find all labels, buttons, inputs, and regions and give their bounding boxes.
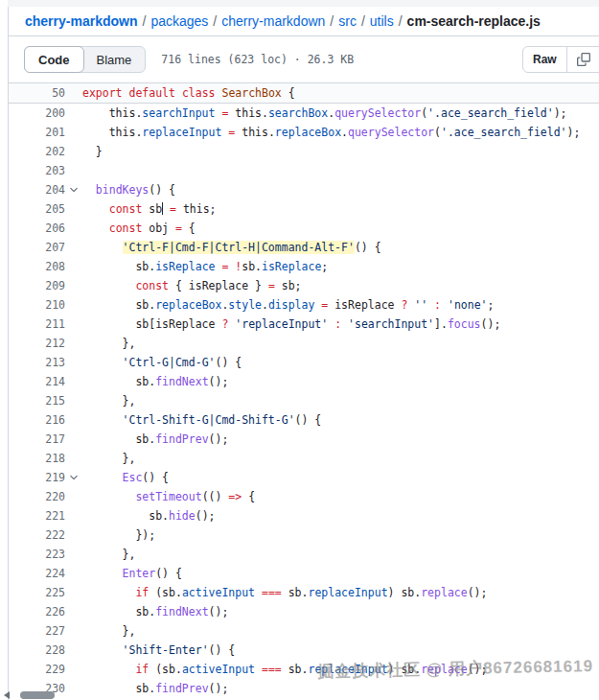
line-number[interactable]: 221 [9,509,65,523]
breadcrumb-repo-link[interactable]: cherry-markdown [25,13,137,29]
line-number[interactable]: 224 [9,567,65,580]
code-line: 226 sb.findNext(); [9,602,599,621]
code-line: 224 Enter() { [9,564,599,583]
line-number[interactable]: 209 [9,279,65,292]
line-number[interactable]: 220 [9,490,65,503]
line-number[interactable]: 200 [9,106,65,120]
breadcrumb-path-link[interactable]: cherry-markdown [221,13,325,29]
line-number[interactable]: 212 [9,337,65,350]
code-line: 213 'Ctrl-G|Cmd-G'() { [9,353,599,372]
breadcrumb: cherry-markdown / packages / cherry-mark… [9,7,599,36]
breadcrumb-separator: / [330,13,334,29]
raw-button[interactable]: Raw [523,47,566,72]
code-line: 204 bindKeys() { [9,180,599,199]
code-text: this.searchInput = this.searchBox.queryS… [82,104,567,123]
code-line: 220 setTimeout(() => { [9,487,599,506]
breadcrumb-path-link[interactable]: src [338,13,357,29]
line-number[interactable]: 50 [9,86,65,100]
code-text: if (sb.activeInput === sb.replaceInput) … [82,660,487,679]
code-line: 223 }, [9,545,599,564]
code-text: } [82,142,103,161]
line-number[interactable]: 222 [9,528,65,542]
breadcrumb-separator: / [213,13,217,29]
line-number[interactable]: 210 [9,298,65,312]
code-line: 214 sb.findNext(); [9,372,599,391]
line-number[interactable]: 214 [9,375,65,388]
line-number[interactable]: 211 [9,317,65,331]
sticky-code-line: 50export default class SearchBox { [9,83,599,104]
code-text: this.replaceInput = this.replaceBox.quer… [82,123,580,142]
code-line: 210 sb.replaceBox.style.display = isRepl… [9,295,599,315]
fold-chevron-down-icon[interactable] [65,472,82,483]
line-number[interactable]: 227 [9,624,65,638]
line-number[interactable]: 205 [9,202,65,216]
code-line: 227 }, [9,621,599,641]
code-line: 219 Esc() { [9,468,599,487]
line-number[interactable]: 217 [9,432,65,446]
horizontal-scrollbar[interactable] [0,689,599,700]
code-text: const sb = this; [82,199,217,219]
line-number[interactable]: 226 [9,605,65,618]
copy-icon [577,53,590,66]
code-text: sb.findNext(); [82,602,228,621]
scroll-left-arrow-icon[interactable] [4,691,10,699]
code-text: const obj = { [82,219,196,238]
code-text: sb.replaceBox.style.display = isReplace … [82,295,494,315]
scrollbar-thumb[interactable] [20,691,55,699]
code-line: 211 sb[isReplace ? 'replaceInput' : 'sea… [9,315,599,334]
github-code-view: cherry-markdown / packages / cherry-mark… [0,0,599,700]
line-number[interactable]: 219 [9,471,65,484]
code-text: const { isReplace } = sb; [82,276,302,295]
code-blame-toggle: Code Blame [24,46,146,73]
line-number[interactable]: 208 [9,260,65,273]
fold-chevron-down-icon[interactable] [65,184,82,196]
breadcrumb-current-file: cm-search-replace.js [407,13,541,29]
line-number[interactable]: 223 [9,548,65,561]
line-number[interactable]: 229 [9,663,65,676]
breadcrumb-path-link[interactable]: packages [150,13,208,29]
code-text: }, [82,449,135,468]
line-number[interactable]: 204 [9,183,65,197]
code-text: Enter() { [82,564,182,583]
file-stats: 716 lines (623 loc) · 26.3 KB [161,53,354,66]
line-number[interactable]: 201 [9,126,65,139]
tab-blame[interactable]: Blame [83,47,146,72]
code-text: sb.findPrev(); [82,430,228,449]
code-text: 'Shift-Enter'() { [82,641,235,660]
code-text: 'Ctrl-F|Cmd-F|Ctrl-H|Command-Alt-F'() { [82,238,381,257]
line-number[interactable]: 206 [9,222,65,235]
line-number[interactable]: 216 [9,413,65,427]
code-text: setTimeout(() => { [82,487,255,506]
line-number[interactable]: 215 [9,394,65,408]
code-line: 203 [9,161,599,180]
code-text: sb.findNext(); [82,372,228,391]
breadcrumb-separator: / [142,13,146,29]
code-line: 205 const sb = this; [9,199,599,219]
code-line: 212 }, [9,334,599,353]
code-line: 202 } [9,142,599,161]
code-line: 215 }, [9,391,599,410]
code-line: 229 if (sb.activeInput === sb.replaceInp… [9,660,599,679]
breadcrumb-path-link[interactable]: utils [370,13,394,29]
code-text: }, [82,391,135,410]
code-line: 201 this.replaceInput = this.replaceBox.… [9,123,599,142]
line-number[interactable]: 207 [9,241,65,254]
code-line: 209 const { isReplace } = sb; [9,276,599,295]
breadcrumb-separator: / [361,13,365,29]
tab-code[interactable]: Code [24,46,84,73]
line-number[interactable]: 202 [9,145,65,158]
line-number[interactable]: 228 [9,643,65,657]
line-number[interactable]: 218 [9,452,65,465]
code-text: export default class SearchBox { [82,83,295,103]
line-number[interactable]: 203 [9,164,65,177]
code-text: sb[isReplace ? 'replaceInput' : 'searchI… [82,315,500,334]
code-line: 206 const obj = { [9,219,599,238]
code-line: 221 sb.hide(); [9,506,599,525]
copy-button[interactable] [566,47,599,72]
code-text: 'Ctrl-Shift-G|Cmd-Shift-G'() { [82,410,321,430]
code-text: }, [82,545,135,564]
line-number[interactable]: 213 [9,356,65,369]
line-number[interactable]: 225 [9,586,65,599]
code-text: 'Ctrl-G|Cmd-G'() { [82,353,242,372]
code-line: 208 sb.isReplace = !sb.isReplace; [9,257,599,276]
